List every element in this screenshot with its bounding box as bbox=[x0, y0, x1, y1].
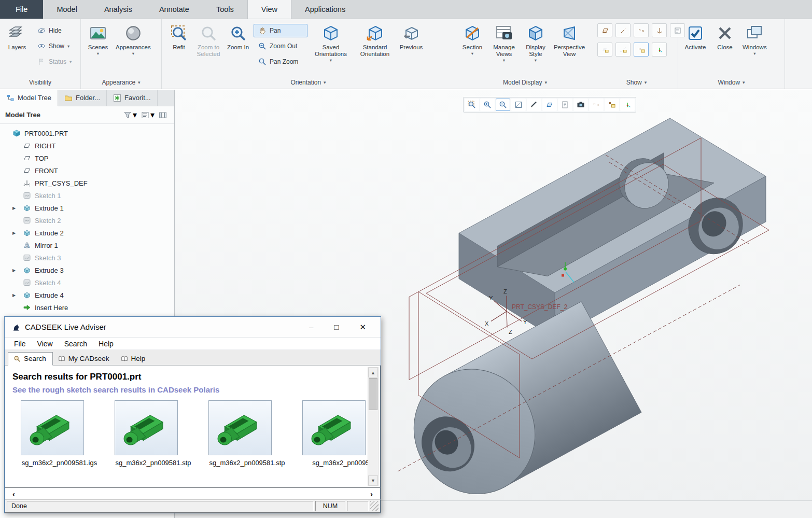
tab-view[interactable]: View bbox=[247, 0, 291, 19]
perspective-view-button[interactable]: Perspective View bbox=[551, 22, 587, 75]
result-thumbnail[interactable] bbox=[115, 400, 178, 455]
layers-button[interactable]: Layers bbox=[3, 22, 31, 75]
tree-display-options-button[interactable]: ▾ bbox=[139, 109, 157, 121]
rough-sketch-link[interactable]: See the rough sketch search results in C… bbox=[12, 385, 365, 394]
cadseek-close-button[interactable]: ✕ bbox=[359, 323, 366, 331]
tree-filters-button[interactable]: ▾ bbox=[121, 109, 139, 121]
tree-item-sketch-2[interactable]: Sketch 2 bbox=[0, 214, 174, 227]
tab-analysis[interactable]: Analysis bbox=[91, 0, 146, 19]
tree-item-mirror-1[interactable]: Mirror 1 bbox=[0, 239, 174, 251]
vt-zoom-in-button[interactable] bbox=[480, 99, 495, 111]
saved-orientations-button[interactable]: Saved Orientations ▾ bbox=[309, 22, 353, 75]
results-horizontal-scrollbar[interactable]: ‹ › bbox=[5, 488, 381, 499]
tree-item-sketch-4[interactable]: Sketch 4 bbox=[0, 276, 174, 289]
scroll-down-button[interactable]: ▼ bbox=[368, 475, 378, 485]
panel-tab-folder[interactable]: Folder... bbox=[58, 90, 107, 106]
tree-item-right[interactable]: RIGHT bbox=[0, 139, 174, 152]
expand-icon[interactable]: ▶ bbox=[12, 268, 23, 273]
tree-item-front[interactable]: FRONT bbox=[0, 164, 174, 177]
standard-orientation-button[interactable]: Standard Orientation bbox=[354, 22, 396, 75]
csys-display-toggle[interactable] bbox=[652, 23, 667, 37]
tree-item-prt0001[interactable]: PRT0001.PRT bbox=[0, 127, 174, 139]
section-button[interactable]: Section ▾ bbox=[458, 22, 486, 75]
zoom-to-selected-button[interactable]: Zoom to Selected bbox=[194, 22, 222, 75]
windows-button[interactable]: Windows ▾ bbox=[740, 22, 769, 75]
tree-item-extrude-2[interactable]: ▶ Extrude 2 bbox=[0, 227, 174, 239]
vt-plane-display-button[interactable] bbox=[542, 99, 557, 111]
pan-button[interactable]: Pan bbox=[254, 24, 307, 37]
panel-tab-favorites[interactable]: Favorit... bbox=[107, 90, 158, 106]
vt-point-display-button[interactable] bbox=[589, 99, 604, 111]
vt-zoom-out-button[interactable] bbox=[496, 99, 510, 111]
resize-grip[interactable] bbox=[370, 501, 379, 511]
pan-zoom-button[interactable]: Pan Zoom bbox=[254, 55, 307, 68]
tab-file[interactable]: File bbox=[0, 0, 43, 19]
spin-center-toggle[interactable] bbox=[652, 43, 667, 57]
tree-item-extrude-3[interactable]: ▶ Extrude 3 bbox=[0, 264, 174, 276]
tree-item-sketch-1[interactable]: Sketch 1 bbox=[0, 189, 174, 202]
axis-tag-display-toggle[interactable] bbox=[615, 43, 631, 57]
plane-tag-display-toggle[interactable] bbox=[597, 43, 612, 57]
panel-tab-model-tree[interactable]: Model Tree bbox=[0, 90, 58, 106]
scenes-button[interactable]: Scenes ▾ bbox=[84, 22, 112, 75]
display-style-button[interactable]: Display Style ▾ bbox=[522, 22, 550, 75]
activate-button[interactable]: Activate bbox=[681, 22, 709, 75]
group-label-window[interactable]: Window▾ bbox=[678, 76, 785, 89]
cadseek-menu-view[interactable]: View bbox=[32, 340, 58, 348]
zoom-out-button[interactable]: Zoom Out bbox=[254, 39, 307, 53]
vt-refit-button[interactable] bbox=[465, 99, 479, 111]
tab-tools[interactable]: Tools bbox=[203, 0, 247, 19]
scroll-thumb[interactable] bbox=[369, 378, 377, 410]
plane-display-toggle[interactable] bbox=[597, 23, 612, 37]
tree-item-extrude-1[interactable]: ▶ Extrude 1 bbox=[0, 202, 174, 214]
vt-spin-center-button[interactable] bbox=[620, 99, 635, 111]
result-thumbnail[interactable] bbox=[208, 400, 272, 455]
tab-annotate[interactable]: Annotate bbox=[146, 0, 203, 19]
point-display-toggle[interactable] bbox=[634, 23, 649, 37]
cadseek-tab-help[interactable]: Help bbox=[116, 353, 152, 365]
vt-shaded-button[interactable] bbox=[527, 99, 541, 111]
tree-item-extrude-4[interactable]: ▶ Extrude 4 bbox=[0, 289, 174, 301]
expand-icon[interactable]: ▶ bbox=[12, 206, 23, 211]
expand-icon[interactable]: ▶ bbox=[12, 231, 23, 235]
vt-display-style-button[interactable] bbox=[511, 99, 526, 111]
group-label-appearance[interactable]: Appearance▾ bbox=[81, 76, 161, 89]
vt-capture-button[interactable] bbox=[573, 99, 588, 111]
cadseek-window[interactable]: CADSEEK Live Adviser – □ ✕ File View Sea… bbox=[4, 316, 381, 513]
result-item[interactable]: sg_m36x2_pn009581.stp bbox=[106, 400, 200, 467]
cadseek-tab-search[interactable]: Search bbox=[8, 352, 53, 366]
cadseek-menu-search[interactable]: Search bbox=[59, 340, 92, 348]
cadseek-menu-help[interactable]: Help bbox=[93, 340, 119, 348]
scroll-left-button[interactable]: ‹ bbox=[12, 489, 15, 498]
results-vertical-scrollbar[interactable]: ▲ ▼ bbox=[368, 367, 379, 486]
show-button[interactable]: Show ▾ bbox=[33, 39, 76, 53]
previous-button[interactable]: Previous bbox=[397, 22, 425, 75]
refit-button[interactable]: Refit bbox=[165, 22, 193, 75]
scroll-up-button[interactable]: ▲ bbox=[368, 368, 378, 377]
close-window-button[interactable]: Close bbox=[711, 22, 739, 75]
group-label-model-display[interactable]: Model Display▾ bbox=[455, 76, 595, 89]
scroll-right-button[interactable]: › bbox=[370, 489, 373, 498]
result-thumbnail[interactable] bbox=[302, 400, 366, 455]
axis-display-toggle[interactable] bbox=[615, 23, 631, 37]
zoom-in-button[interactable]: Zoom In bbox=[224, 22, 252, 75]
tab-model[interactable]: Model bbox=[43, 0, 91, 19]
tree-item-prt-csys-def[interactable]: PRT_CSYS_DEF bbox=[0, 177, 174, 189]
vt-annotation-button[interactable] bbox=[558, 99, 572, 111]
result-item[interactable]: sg_m36x2_pn009581.igs bbox=[12, 400, 106, 467]
cadseek-title-bar[interactable]: CADSEEK Live Adviser – □ ✕ bbox=[5, 317, 381, 338]
result-thumbnail[interactable] bbox=[21, 400, 84, 455]
expand-icon[interactable]: ▶ bbox=[12, 293, 23, 298]
scroll-track[interactable] bbox=[368, 377, 378, 475]
manage-views-button[interactable]: Manage Views ▾ bbox=[488, 22, 520, 75]
appearances-button[interactable]: Appearances ▾ bbox=[114, 22, 153, 75]
result-item[interactable]: sg_m36x2_pn009581.stp bbox=[200, 400, 294, 467]
hide-button[interactable]: Hide bbox=[33, 24, 76, 37]
group-label-show[interactable]: Show▾ bbox=[595, 76, 678, 89]
tree-item-top[interactable]: TOP bbox=[0, 152, 174, 164]
cadseek-tab-my-cadseek[interactable]: My CADseek bbox=[53, 353, 116, 365]
status-button[interactable]: Status ▾ bbox=[33, 55, 76, 68]
tree-item-sketch-3[interactable]: Sketch 3 bbox=[0, 251, 174, 264]
tree-columns-button[interactable] bbox=[157, 110, 169, 120]
cadseek-maximize-button[interactable]: □ bbox=[334, 323, 339, 331]
